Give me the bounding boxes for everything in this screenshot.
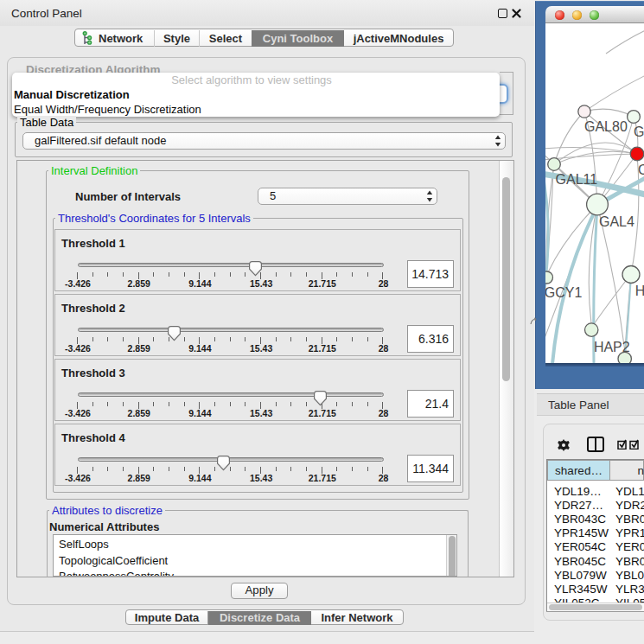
svg-text:HAP2: HAP2 — [594, 340, 630, 354]
svg-text:CAF4: CAF4 — [638, 163, 644, 177]
svg-text:GAL11: GAL11 — [556, 172, 598, 187]
svg-text:GAL3: GAL3 — [634, 124, 644, 139]
svg-text:HIS4: HIS4 — [635, 284, 644, 298]
svg-text:GAL80: GAL80 — [584, 119, 628, 134]
svg-text:GAL4: GAL4 — [599, 214, 634, 229]
svg-text:GCY1: GCY1 — [545, 285, 582, 300]
